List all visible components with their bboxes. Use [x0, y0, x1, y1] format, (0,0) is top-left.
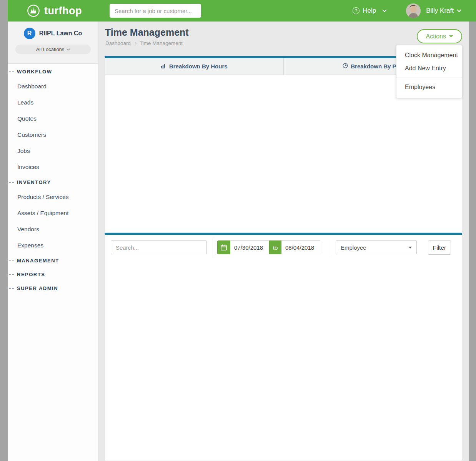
page-title: Time Management [105, 27, 189, 38]
user-name: Billy Kraft [426, 7, 454, 15]
table-search-input[interactable] [111, 240, 207, 254]
location-label: All Locations [36, 46, 65, 52]
bar-chart-icon [161, 63, 166, 70]
section-dash-icon [9, 182, 14, 183]
filter-bar: to Employee Filter [105, 235, 462, 261]
actions-dropdown-menu: Clock ManagementAdd New EntryEmployees [396, 45, 462, 98]
user-menu[interactable]: Billy Kraft [426, 7, 461, 15]
sidebar-section-super-admin: SUPER ADMIN [8, 281, 98, 295]
sidebar-section-label: MANAGEMENT [17, 258, 59, 264]
sidebar-item-quotes[interactable]: Quotes [8, 111, 98, 127]
sidebar-section-reports: REPORTS [8, 267, 98, 281]
sidebar-section-management: MANAGEMENT [8, 254, 98, 267]
breadcrumb-dashboard[interactable]: Dashboard [105, 40, 131, 46]
company-logo: R [24, 28, 35, 39]
employee-select-value: Employee [341, 244, 366, 251]
sidebar-item-expenses[interactable]: Expenses [8, 237, 98, 254]
date-range-to-label: to [269, 240, 281, 254]
sidebar: R RIIPL Lawn Co All Locations WORKFLOWDa… [8, 22, 98, 461]
section-dash-icon [9, 71, 14, 72]
menu-item-employees[interactable]: Employees [396, 81, 462, 94]
menu-item-add-new-entry[interactable]: Add New Entry [396, 62, 462, 75]
global-search-input[interactable] [110, 4, 201, 18]
caret-down-icon [409, 247, 412, 249]
breadcrumb: Dashboard Time Management [105, 40, 183, 46]
clock-icon [343, 63, 348, 70]
calendar-icon [220, 244, 227, 251]
filter-button[interactable]: Filter [428, 240, 451, 255]
chevron-down-icon [67, 47, 70, 50]
sidebar-section-label: INVENTORY [17, 179, 51, 185]
tab-label: Breakdown By Pay [351, 63, 403, 70]
turfhop-grass-icon [26, 3, 41, 18]
sidebar-item-vendors[interactable]: Vendors [8, 221, 98, 237]
section-dash-icon [9, 260, 14, 261]
sidebar-item-leads[interactable]: Leads [8, 95, 98, 111]
hours-chart [105, 75, 462, 232]
sidebar-section-workflow: WORKFLOW [8, 65, 98, 78]
date-from-input[interactable] [230, 240, 269, 254]
chevron-down-icon [383, 8, 387, 12]
caret-down-icon [449, 35, 453, 37]
section-dash-icon [9, 274, 14, 275]
tab-label: Breakdown By Hours [169, 63, 228, 70]
sidebar-section-label: WORKFLOW [17, 69, 52, 75]
sidebar-nav: WORKFLOWDashboardLeadsQuotesCustomersJob… [8, 64, 98, 295]
sidebar-item-customers[interactable]: Customers [8, 127, 98, 143]
sidebar-item-assets-equipment[interactable]: Assets / Equipment [8, 205, 98, 221]
hours-chart-svg [105, 75, 462, 232]
company: R RIIPL Lawn Co [8, 28, 98, 39]
main-content: Time Management Dashboard Time Managemen… [98, 22, 469, 461]
time-entries-panel: to Employee Filter [105, 233, 462, 461]
help-menu[interactable]: ? Help [353, 7, 386, 15]
sidebar-item-dashboard[interactable]: Dashboard [8, 78, 98, 95]
sidebar-section-label: REPORTS [17, 272, 45, 277]
sidebar-company-block: R RIIPL Lawn Co All Locations [8, 22, 98, 64]
sidebar-section-inventory: INVENTORY [8, 175, 98, 189]
sidebar-item-jobs[interactable]: Jobs [8, 143, 98, 159]
actions-button[interactable]: Actions [417, 29, 462, 43]
chevron-down-icon [457, 8, 461, 12]
actions-button-label: Actions [426, 33, 446, 40]
employee-select[interactable]: Employee [336, 240, 417, 254]
help-label: Help [363, 7, 376, 15]
brand-logo[interactable]: turfhop [26, 3, 82, 18]
help-icon: ? [353, 7, 359, 14]
chevron-right-icon [134, 42, 136, 45]
sidebar-item-products-services[interactable]: Products / Services [8, 189, 98, 205]
menu-item-clock-management[interactable]: Clock Management [396, 49, 462, 62]
divider [330, 238, 330, 258]
company-name: RIIPL Lawn Co [39, 30, 82, 37]
date-range-group: to [217, 240, 320, 254]
date-to-input[interactable] [281, 240, 320, 254]
brand-name: turfhop [44, 5, 82, 17]
menu-divider [396, 78, 462, 78]
breadcrumb-current: Time Management [140, 40, 183, 46]
tab-breakdown-by-hours[interactable]: Breakdown By Hours [105, 58, 283, 75]
section-dash-icon [9, 288, 14, 289]
user-photo [406, 3, 421, 18]
divider [213, 238, 213, 258]
calendar-button[interactable] [217, 240, 230, 254]
location-selector[interactable]: All Locations [15, 45, 91, 54]
avatar[interactable] [406, 3, 421, 18]
sidebar-item-invoices[interactable]: Invoices [8, 159, 98, 175]
sidebar-section-label: SUPER ADMIN [17, 285, 58, 291]
top-header: turfhop ? Help Billy Kraft [8, 0, 476, 22]
